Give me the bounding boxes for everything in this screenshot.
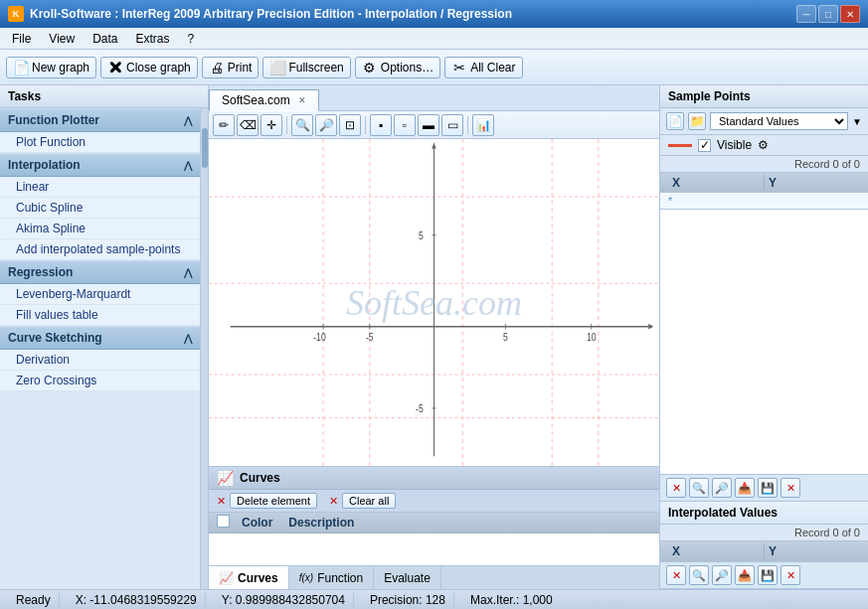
- interpolated-toolbar: ✕ 🔍 🔎 📥 💾 ✕: [660, 561, 868, 589]
- derivation-item[interactable]: Derivation: [0, 350, 200, 371]
- status-x-coord: X: -11.0468319559229: [68, 593, 206, 607]
- bottom-tabs: 📈 Curves f(x) Function Evaluate: [209, 565, 659, 589]
- sample-icon-btn-2[interactable]: 📁: [688, 112, 706, 130]
- plot-function-item[interactable]: Plot Function: [0, 132, 200, 153]
- interp-search-button-1[interactable]: 🔍: [689, 565, 709, 585]
- zoom-out-button[interactable]: 🔎: [315, 114, 337, 136]
- data-table-button[interactable]: 📊: [472, 114, 494, 136]
- svg-text:-10: -10: [313, 331, 326, 343]
- section-regression[interactable]: Regression ⋀: [0, 260, 200, 284]
- function-tab-label: Function: [317, 571, 363, 585]
- graph-area[interactable]: -10 -5 5 10 5 -5 SoftSea.com: [209, 139, 659, 466]
- view-mode-2-button[interactable]: ▫: [394, 114, 416, 136]
- crosshair-tool-button[interactable]: ✛: [260, 114, 282, 136]
- delete-element-button[interactable]: Delete element: [230, 493, 317, 509]
- rp-clear-button[interactable]: ✕: [781, 478, 800, 498]
- description-col-header: Description: [284, 515, 358, 531]
- tab-close-icon[interactable]: ✕: [298, 95, 306, 105]
- tab-evaluate[interactable]: Evaluate: [374, 566, 441, 589]
- y-col-header: Y: [765, 175, 860, 191]
- function-plotter-label: Function Plotter: [8, 113, 99, 127]
- color-swatch: [668, 144, 692, 147]
- graph-sep-2: [365, 116, 366, 134]
- bottom-panel: 📈 Curves ✕ Delete element ✕ Clear all Co…: [209, 466, 659, 589]
- zoom-in-button[interactable]: 🔍: [291, 114, 313, 136]
- settings-gear-icon[interactable]: ⚙: [758, 138, 769, 152]
- select-all-checkbox[interactable]: [217, 515, 230, 528]
- section-interpolation[interactable]: Interpolation ⋀: [0, 153, 200, 177]
- print-icon: 🖨: [209, 60, 225, 76]
- curves-tab-label: Curves: [238, 571, 278, 585]
- levenberg-item[interactable]: Levenberg-Marquardt: [0, 284, 200, 305]
- draw-tool-button[interactable]: ✏: [213, 114, 235, 136]
- zoom-fit-button[interactable]: ⊡: [339, 114, 361, 136]
- center-and-bottom: SoftSea.com ✕ ✏ ⌫ ✛ 🔍 🔎 ⊡ ▪ ▫ ▬: [209, 85, 659, 589]
- regression-content: Levenberg-Marquardt Fill values table: [0, 284, 200, 326]
- sidebar-scrollbar[interactable]: [200, 108, 208, 589]
- new-graph-button[interactable]: 📄 New graph: [6, 57, 96, 78]
- zero-crossings-item[interactable]: Zero Crossings: [0, 371, 200, 391]
- options-icon: ⚙: [362, 60, 378, 76]
- function-tab-icon: f(x): [299, 572, 313, 583]
- tab-function[interactable]: f(x) Function: [289, 566, 374, 589]
- evaluate-tab-label: Evaluate: [384, 571, 431, 585]
- all-clear-button[interactable]: ✂ All Clear: [444, 57, 522, 78]
- section-curve-sketching[interactable]: Curve Sketching ⋀: [0, 326, 200, 350]
- collapse-icon-reg: ⋀: [184, 267, 192, 278]
- sidebar-scroll[interactable]: Function Plotter ⋀ Plot Function Interpo…: [0, 108, 200, 589]
- right-table-header: X Y: [660, 173, 868, 193]
- title-bar-controls: ─ □ ✕: [796, 5, 860, 23]
- view-mode-4-button[interactable]: ▭: [441, 114, 463, 136]
- tab-softsea[interactable]: SoftSea.com ✕: [209, 89, 319, 111]
- minimize-button[interactable]: ─: [796, 5, 816, 23]
- view-mode-1-button[interactable]: ▪: [370, 114, 392, 136]
- add-row-button[interactable]: *: [660, 193, 868, 210]
- tab-label: SoftSea.com: [222, 93, 290, 107]
- interp-clear-button[interactable]: ✕: [781, 565, 800, 585]
- view-mode-3-button[interactable]: ▬: [418, 114, 439, 136]
- x-col-header: X: [668, 175, 765, 191]
- section-function-plotter[interactable]: Function Plotter ⋀: [0, 108, 200, 132]
- fullscreen-button[interactable]: ⬜ Fullscreen: [262, 57, 350, 78]
- clear-all-button[interactable]: Clear all: [342, 493, 396, 509]
- curve-sketching-label: Curve Sketching: [8, 331, 102, 345]
- rp-import-button[interactable]: 📥: [735, 478, 755, 498]
- tasks-header: Tasks: [0, 85, 208, 108]
- menu-help[interactable]: ?: [180, 30, 203, 48]
- rp-save-button[interactable]: 💾: [758, 478, 778, 498]
- options-button[interactable]: ⚙ Options…: [355, 57, 440, 78]
- add-interpolated-item[interactable]: Add interpolated sample-points: [0, 239, 200, 260]
- interp-delete-button[interactable]: ✕: [666, 565, 686, 585]
- cubic-spline-item[interactable]: Cubic Spline: [0, 198, 200, 219]
- linear-item[interactable]: Linear: [0, 177, 200, 198]
- sample-controls: 📄 📁 Standard Values ▼: [660, 108, 868, 135]
- standard-values-dropdown[interactable]: Standard Values: [710, 112, 848, 130]
- tab-curves[interactable]: 📈 Curves: [209, 566, 289, 589]
- visible-checkbox[interactable]: ✓: [698, 139, 711, 152]
- print-button[interactable]: 🖨 Print: [202, 57, 260, 78]
- rp-search-button-1[interactable]: 🔍: [689, 478, 709, 498]
- new-graph-icon: 📄: [13, 60, 29, 76]
- akima-spline-item[interactable]: Akima Spline: [0, 219, 200, 239]
- menu-view[interactable]: View: [41, 30, 83, 48]
- menu-file[interactable]: File: [4, 30, 39, 48]
- close-graph-button[interactable]: 🗙 Close graph: [100, 57, 198, 78]
- visible-row: ✓ Visible ⚙: [660, 135, 868, 156]
- fill-values-item[interactable]: Fill values table: [0, 305, 200, 326]
- record-label: Record 0 of 0: [660, 156, 868, 173]
- menu-data[interactable]: Data: [85, 30, 125, 48]
- erase-tool-button[interactable]: ⌫: [237, 114, 259, 136]
- maximize-button[interactable]: □: [818, 5, 838, 23]
- delete-icon: ✕: [217, 495, 226, 508]
- close-button[interactable]: ✕: [840, 5, 860, 23]
- rp-search-button-2[interactable]: 🔎: [712, 478, 732, 498]
- sample-icon-btn-1[interactable]: 📄: [666, 112, 684, 130]
- interp-search-button-2[interactable]: 🔎: [712, 565, 732, 585]
- fullscreen-icon: ⬜: [269, 60, 285, 76]
- interp-save-button[interactable]: 💾: [758, 565, 778, 585]
- svg-text:-5: -5: [366, 331, 374, 343]
- rp-delete-button[interactable]: ✕: [666, 478, 686, 498]
- dropdown-arrow-icon: ▼: [852, 116, 862, 127]
- menu-extras[interactable]: Extras: [128, 30, 178, 48]
- interp-import-button[interactable]: 📥: [735, 565, 755, 585]
